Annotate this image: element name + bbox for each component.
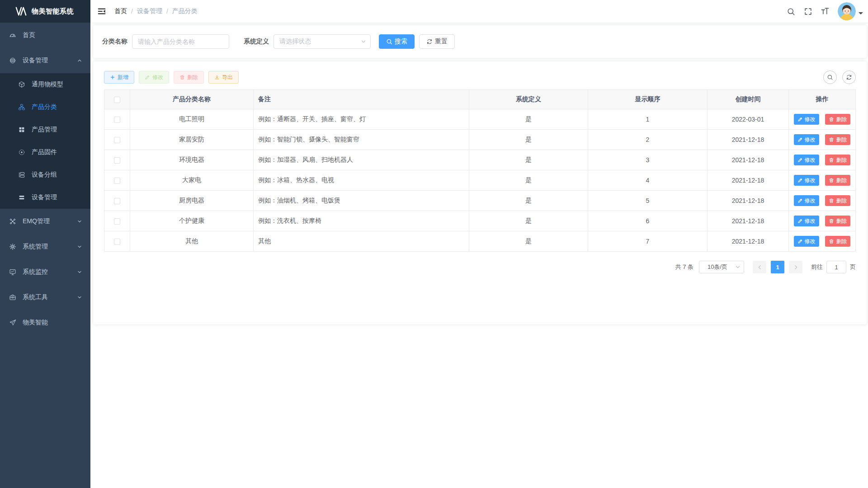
row-edit-button[interactable]: 修改 (794, 216, 819, 226)
table-panel: 新增 修改 删除 导出 (93, 61, 867, 324)
row-edit-button[interactable]: 修改 (794, 236, 819, 247)
row-edit-button[interactable]: 修改 (794, 195, 819, 206)
row-delete-button[interactable]: 删除 (825, 134, 850, 145)
cell-remark: 例如：洗衣机、按摩椅 (254, 211, 469, 231)
table-row: 厨房电器 例如：油烟机、烤箱、电饭煲 是 5 2021-12-18 修改 删除 (104, 191, 856, 211)
download-icon (214, 75, 220, 80)
category-name-input[interactable] (132, 34, 229, 49)
header-checkbox-cell (104, 90, 130, 109)
delete-button[interactable]: 删除 (174, 71, 204, 84)
goto-page-input[interactable] (826, 261, 846, 273)
search-button-icon (386, 38, 392, 45)
sidebar-subitem-product-management[interactable]: 产品管理 (0, 118, 90, 141)
fullscreen-icon[interactable] (803, 7, 812, 16)
sidebar-item-system-management[interactable]: 系统管理 (0, 234, 90, 259)
next-page-button[interactable] (789, 261, 802, 273)
prev-page-button[interactable] (753, 261, 766, 273)
row-checkbox[interactable] (114, 239, 120, 245)
trash-icon (829, 239, 834, 244)
cell-remark: 例如：智能门锁、摄像头、智能窗帘 (254, 130, 469, 150)
header-category-name: 产品分类名称 (130, 90, 254, 109)
add-button[interactable]: 新增 (104, 71, 134, 84)
cell-display-order: 3 (588, 150, 708, 170)
user-menu[interactable] (838, 2, 863, 20)
grid-icon (18, 126, 25, 133)
row-delete-button[interactable]: 删除 (825, 114, 850, 125)
cell-remark: 例如：加湿器、风扇、扫地机器人 (254, 150, 469, 170)
breadcrumb: 首页 / 设备管理 / 产品分类 (114, 7, 198, 15)
reset-button[interactable]: 重置 (419, 34, 455, 49)
sidebar: 物美智能系统 首页 设备管理 通用物模型 产品分类 产品管理 产品固件 设备分组… (0, 0, 90, 488)
hide-search-button[interactable] (823, 70, 837, 84)
page-size-select[interactable]: 10条/页 (699, 261, 744, 273)
row-delete-button[interactable]: 删除 (825, 175, 850, 186)
cell-display-order: 7 (588, 231, 708, 252)
row-checkbox[interactable] (114, 178, 120, 184)
pencil-icon (797, 157, 803, 163)
row-checkbox[interactable] (114, 117, 120, 123)
table-row: 其他 其他 是 7 2021-12-18 修改 删除 (104, 231, 856, 252)
avatar[interactable] (838, 2, 856, 20)
row-edit-button[interactable]: 修改 (794, 114, 819, 125)
row-checkbox[interactable] (114, 218, 120, 225)
cell-created-time: 2021-12-18 (708, 211, 789, 231)
table-header-row: 产品分类名称 备注 系统定义 显示顺序 创建时间 操作 (104, 90, 856, 109)
row-delete-button[interactable]: 删除 (825, 195, 850, 206)
row-edit-button[interactable]: 修改 (794, 155, 819, 165)
chevron-down-icon (77, 244, 82, 249)
sidebar-item-device-management[interactable]: 设备管理 (0, 48, 90, 73)
search-form: 分类名称 系统定义 请选择状态 搜索 重置 (102, 34, 858, 49)
sidebar-item-home[interactable]: 首页 (0, 23, 90, 48)
search-button[interactable]: 搜索 (379, 34, 415, 49)
cell-system-defined: 是 (469, 231, 588, 252)
export-button[interactable]: 导出 (208, 71, 239, 84)
cell-display-order: 4 (588, 170, 708, 191)
sidebar-item-system-tools[interactable]: 系统工具 (0, 285, 90, 310)
cell-system-defined: 是 (469, 170, 588, 191)
sidebar-item-wumei-smart[interactable]: 物美智能 (0, 310, 90, 335)
drone-icon (9, 218, 16, 225)
page-content: 分类名称 系统定义 请选择状态 搜索 重置 (90, 23, 868, 488)
row-checkbox[interactable] (114, 157, 120, 164)
pencil-icon (797, 117, 803, 122)
monitor-icon (9, 268, 16, 276)
row-delete-button[interactable]: 删除 (825, 236, 850, 247)
search-icon[interactable] (786, 7, 795, 16)
sidebar-subitem-product-category[interactable]: 产品分类 (0, 96, 90, 118)
system-defined-select[interactable]: 请选择状态 (274, 34, 371, 49)
sidebar-subitem-device-group[interactable]: 设备分组 (0, 164, 90, 186)
cell-category-name: 电工照明 (130, 109, 254, 130)
cell-system-defined: 是 (469, 109, 588, 130)
row-delete-button[interactable]: 删除 (825, 155, 850, 165)
header-actions: 操作 (789, 90, 856, 109)
sidebar-fold-icon[interactable] (97, 6, 107, 16)
edit-button[interactable]: 修改 (139, 71, 169, 84)
row-checkbox[interactable] (114, 198, 120, 204)
cell-system-defined: 是 (469, 191, 588, 211)
row-edit-button[interactable]: 修改 (794, 175, 819, 186)
app-logo[interactable]: 物美智能系统 (0, 0, 90, 23)
sidebar-subitem-device-list[interactable]: 设备管理 (0, 186, 90, 209)
header-system-defined: 系统定义 (469, 90, 588, 109)
sidebar-subitem-product-firmware[interactable]: 产品固件 (0, 141, 90, 164)
chevron-down-icon (77, 269, 82, 275)
sidebar-item-system-monitor[interactable]: 系统监控 (0, 259, 90, 285)
row-delete-button[interactable]: 删除 (825, 216, 850, 226)
pencil-icon (145, 75, 150, 80)
sidebar-item-emq-management[interactable]: EMQ管理 (0, 209, 90, 234)
trash-icon (179, 75, 185, 80)
font-size-icon[interactable] (821, 7, 830, 16)
breadcrumb-home[interactable]: 首页 (114, 7, 127, 15)
cell-created-time: 2021-12-18 (708, 150, 789, 170)
select-all-checkbox[interactable] (114, 97, 120, 103)
toolbar-right (823, 70, 856, 84)
row-edit-button[interactable]: 修改 (794, 134, 819, 145)
product-category-table: 产品分类名称 备注 系统定义 显示顺序 创建时间 操作 电工照明 例如：通断器、… (104, 89, 856, 252)
page-number-1[interactable]: 1 (771, 261, 784, 273)
refresh-table-button[interactable] (842, 70, 856, 84)
pencil-icon (797, 137, 803, 142)
devices-icon (9, 57, 16, 64)
row-checkbox[interactable] (114, 137, 120, 143)
sidebar-subitem-thing-model[interactable]: 通用物模型 (0, 73, 90, 96)
navbar-right (778, 2, 863, 20)
